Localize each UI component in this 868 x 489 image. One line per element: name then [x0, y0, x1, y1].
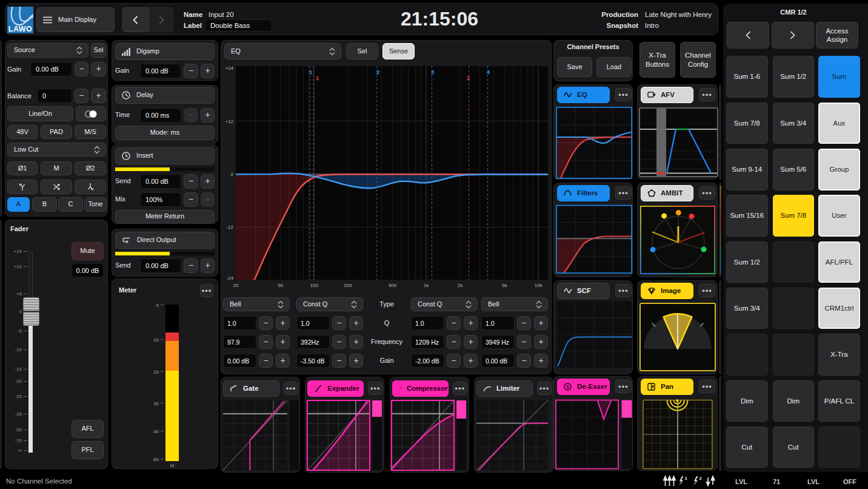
- svg-text:2: 2: [699, 476, 702, 481]
- svg-text:1: 1: [685, 476, 687, 481]
- svg-text:LAWO: LAWO: [8, 25, 33, 33]
